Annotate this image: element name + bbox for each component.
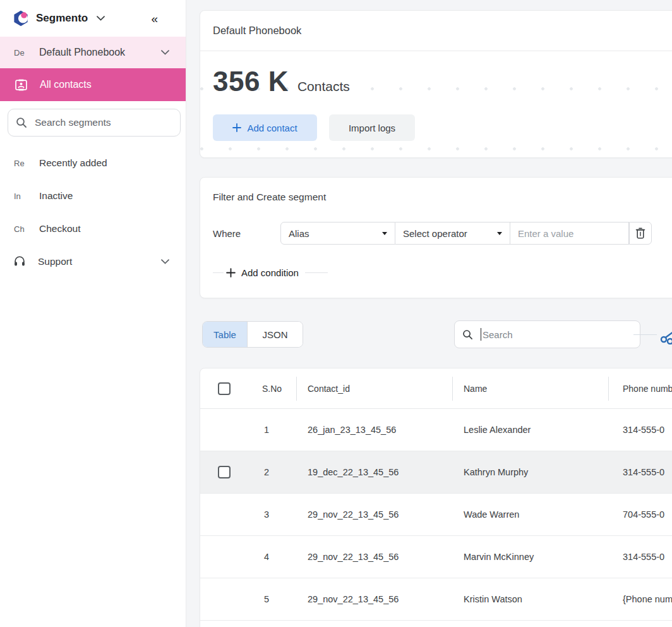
column-header-sno: S.No xyxy=(262,368,296,409)
add-condition-label: Add condition xyxy=(241,267,299,278)
cut-line xyxy=(633,334,657,335)
brand-chevron-down-icon[interactable] xyxy=(97,16,105,21)
sidebar: Segmento « De Default Phonebook xyxy=(0,0,186,627)
cell-sno: 2 xyxy=(262,467,296,477)
table-row[interactable]: 1 26_jan_23_13_45_56 Leslie Alexander 31… xyxy=(200,409,672,451)
cell-phone: 314-555-0 xyxy=(608,425,672,435)
scissors-icon[interactable] xyxy=(657,326,672,344)
contact-card-icon xyxy=(14,78,28,92)
filter-card: Filter and Create segment Where Alias Se… xyxy=(200,177,672,298)
cell-contact-id: 26_jan_23_13_45_56 xyxy=(296,425,452,435)
tab-table[interactable]: Table xyxy=(203,322,247,347)
plus-icon xyxy=(226,268,236,277)
segment-label: Checkout xyxy=(39,223,80,234)
sidebar-collapse-icon[interactable]: « xyxy=(151,13,158,25)
trash-icon xyxy=(635,228,645,239)
sidebar-item-all-contacts[interactable]: All contacts xyxy=(0,68,186,101)
segment-list: Re Recently added In Inactive Ch Checkou… xyxy=(0,147,186,278)
condition-controls: Alias Select operator xyxy=(280,222,652,245)
cell-name: Marvin McKinney xyxy=(452,552,608,562)
column-header-name: Name xyxy=(452,368,608,409)
cell-sno: 1 xyxy=(262,425,296,435)
value-field-wrap xyxy=(510,222,629,245)
cell-sno: 3 xyxy=(262,509,296,520)
phonebook-prefix-badge: De xyxy=(14,48,39,58)
sidebar-item-default-phonebook[interactable]: De Default Phonebook xyxy=(0,37,186,68)
cell-phone: 314-555-0 xyxy=(608,552,672,562)
tab-json-label: JSON xyxy=(262,329,287,340)
cell-contact-id: 29_nov_22_13_45_56 xyxy=(296,509,452,520)
operator-select-value: Select operator xyxy=(403,228,467,239)
table-row[interactable]: 3 29_nov_22_13_45_56 Wade Warren 704-555… xyxy=(200,494,672,536)
main-content: Default Phonebook 356 K Contacts Add con… xyxy=(186,0,672,627)
segmento-logo-icon xyxy=(13,10,29,27)
cell-sno: 4 xyxy=(262,552,296,562)
row-checkbox[interactable] xyxy=(218,466,231,478)
sidebar-item-recently-added[interactable]: Re Recently added xyxy=(0,147,186,180)
page-title: Default Phonebook xyxy=(213,25,301,37)
segment-prefix-badge: Re xyxy=(14,159,39,168)
segment-search-box[interactable] xyxy=(8,109,181,137)
column-header-phone: Phone number xyxy=(608,368,672,409)
cell-name: Wade Warren xyxy=(452,509,608,520)
condition-value-input[interactable] xyxy=(510,228,628,239)
contacts-table: S.No Contact_id Name Phone number 1 26_j… xyxy=(200,368,672,627)
chevron-down-icon xyxy=(382,232,387,235)
add-condition-button[interactable]: Add condition xyxy=(224,267,305,278)
operator-select[interactable]: Select operator xyxy=(395,222,510,245)
contacts-count: 356 K xyxy=(213,66,289,97)
tab-json[interactable]: JSON xyxy=(247,322,303,347)
cell-phone: 314-555-0 xyxy=(608,467,672,477)
segment-label: Inactive xyxy=(39,190,73,202)
support-chevron-down-icon[interactable] xyxy=(161,259,169,264)
sidebar-item-support[interactable]: Support xyxy=(0,245,186,278)
cell-contact-id: 29_nov_22_13_45_56 xyxy=(296,552,452,562)
contacts-search-box[interactable]: Search xyxy=(454,320,640,348)
cell-contact-id: 19_dec_22_13_45_56 xyxy=(296,467,452,477)
all-contacts-label: All contacts xyxy=(40,79,92,90)
field-select[interactable]: Alias xyxy=(280,222,395,245)
phonebook-label: Default Phonebook xyxy=(39,47,125,58)
text-cursor xyxy=(481,328,481,341)
table-toolbar: Table JSON Search xyxy=(200,320,672,348)
sidebar-item-inactive[interactable]: In Inactive xyxy=(0,180,186,212)
cell-name: Kristin Watson xyxy=(452,594,608,604)
add-condition-row: Add condition xyxy=(213,264,672,281)
brand-row: Segmento « xyxy=(0,0,186,37)
cell-contact-id: 29_nov_22_13_45_56 xyxy=(296,594,452,604)
view-toggle: Table JSON xyxy=(202,321,303,348)
column-header-contact-id: Contact_id xyxy=(296,368,452,409)
search-icon xyxy=(462,329,473,340)
cell-sno: 5 xyxy=(262,594,296,604)
contacts-count-label: Contacts xyxy=(297,79,350,94)
filter-card-title: Filter and Create segment xyxy=(213,192,672,205)
support-label: Support xyxy=(38,256,72,267)
brand-name: Segmento xyxy=(36,12,88,25)
search-icon xyxy=(16,117,27,128)
cell-name: Leslie Alexander xyxy=(452,425,608,435)
cell-phone: 704-555-0 xyxy=(608,509,672,520)
segment-prefix-badge: Ch xyxy=(14,224,39,234)
filter-condition-row: Where Alias Select operator xyxy=(213,222,672,245)
select-all-checkbox[interactable] xyxy=(218,382,231,395)
cell-name: Kathryn Murphy xyxy=(452,467,608,477)
sidebar-item-checkout[interactable]: Ch Checkout xyxy=(0,212,186,245)
where-label: Where xyxy=(213,228,280,239)
table-row[interactable]: 5 29_nov_22_13_45_56 Kristin Watson {Pho… xyxy=(200,578,672,621)
header-card-title-row: Default Phonebook xyxy=(200,11,672,51)
table-row[interactable]: 4 29_nov_22_13_45_56 Marvin McKinney 314… xyxy=(200,536,672,578)
table-row[interactable]: 2 19_dec_22_13_45_56 Kathryn Murphy 314-… xyxy=(200,451,672,494)
contacts-stats-section: 356 K Contacts Add contact Import logs xyxy=(200,51,672,157)
table-header-row: S.No Contact_id Name Phone number xyxy=(200,368,672,409)
segment-prefix-badge: In xyxy=(14,192,39,201)
search-segments-input[interactable] xyxy=(35,117,155,128)
delete-condition-button[interactable] xyxy=(629,222,652,245)
add-contact-button[interactable]: Add contact xyxy=(213,114,317,141)
import-logs-label: Import logs xyxy=(349,123,395,133)
table-row-partial xyxy=(200,621,672,627)
divider xyxy=(305,272,328,273)
plus-icon xyxy=(232,123,241,132)
phonebook-chevron-down-icon[interactable] xyxy=(161,50,169,55)
phonebook-header-card: Default Phonebook 356 K Contacts Add con… xyxy=(200,10,672,158)
import-logs-button[interactable]: Import logs xyxy=(329,114,415,141)
